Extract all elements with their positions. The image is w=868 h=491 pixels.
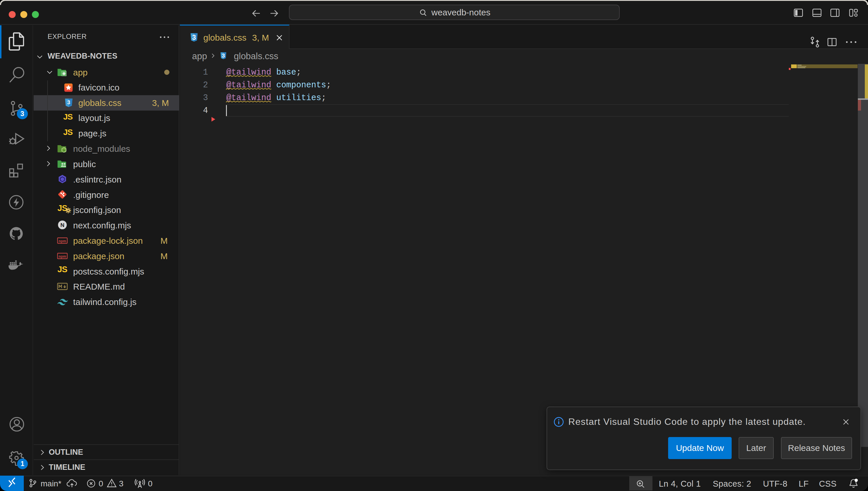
svg-text:3: 3 [192, 34, 196, 41]
svg-text:npm: npm [59, 255, 66, 259]
svg-text:npm: npm [59, 239, 66, 243]
svg-text:js: js [62, 149, 65, 152]
svg-text:N: N [60, 222, 64, 228]
svg-text:3: 3 [222, 53, 225, 59]
svg-text:3: 3 [67, 99, 70, 105]
